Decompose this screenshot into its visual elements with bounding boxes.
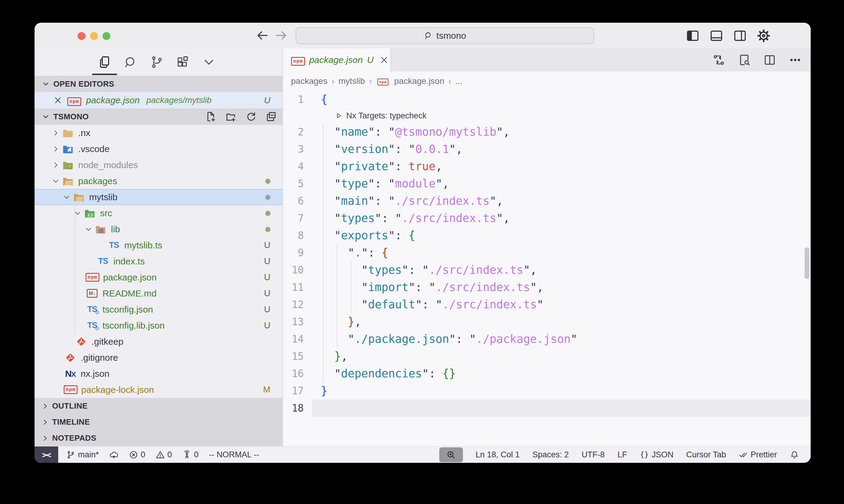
tree-item-package.json[interactable]: npmpackage.jsonU — [35, 269, 282, 285]
minimize-window-button[interactable] — [90, 32, 98, 40]
settings-gear-icon[interactable] — [756, 28, 771, 43]
status-json[interactable]: JSON — [640, 450, 673, 460]
chevron-down-icon[interactable] — [72, 209, 83, 217]
chevron-right-icon[interactable] — [50, 161, 61, 169]
code-line-7[interactable]: 7 "types": "./src/index.ts", — [283, 210, 811, 227]
code-line-11[interactable]: 11 "import": "./src/index.ts", — [283, 278, 811, 296]
status-main[interactable]: main* — [66, 450, 99, 460]
open-preview-icon[interactable] — [737, 52, 752, 68]
breadcrumb[interactable]: packages›mytslib›npmpackage.json›... — [283, 71, 811, 91]
tree-item-README.md[interactable]: M↓README.mdU — [35, 285, 282, 301]
tree-item-package-lock.json[interactable]: npmpackage-lock.jsonM — [35, 382, 282, 398]
tree-item-mytslib[interactable]: mytslib — [35, 189, 282, 205]
remote-indicator[interactable]: >< — [35, 447, 58, 463]
code-line-6[interactable]: 6 "main": "./src/index.ts", — [283, 192, 811, 210]
tree-item-tsconfig.lib.json[interactable]: TStsconfig.lib.jsonU — [35, 318, 282, 334]
status-utf-8[interactable]: UTF-8 — [582, 450, 605, 460]
status-0[interactable]: 0 — [129, 450, 145, 460]
breadcrumb-item[interactable]: package.json — [394, 76, 444, 86]
code-line-16[interactable]: 16 "dependencies": {} — [283, 365, 811, 382]
code-line-1[interactable]: 1{ — [283, 91, 811, 108]
activity-files-icon[interactable] — [98, 55, 111, 69]
screencast-zoom-button[interactable] — [439, 447, 463, 462]
close-tab-icon[interactable] — [380, 55, 389, 65]
tree-item-src[interactable]: src — [35, 205, 282, 221]
breadcrumb-item[interactable]: packages — [291, 76, 327, 86]
tree-item-.gitkeep[interactable]: .gitkeep — [35, 334, 282, 349]
back-arrow-icon[interactable] — [255, 28, 270, 43]
activity-source-control-icon[interactable] — [150, 55, 164, 69]
code-line-12[interactable]: 12 "default": "./src/index.ts" — [283, 296, 811, 313]
code-line-17[interactable]: 17} — [283, 382, 811, 399]
tree-item-packages[interactable]: packages — [35, 173, 282, 189]
toggle-secondary-sidebar-icon[interactable] — [733, 28, 747, 43]
tree-item-index.ts[interactable]: TSindex.tsU — [35, 253, 282, 269]
forward-arrow-icon[interactable] — [274, 28, 289, 43]
section-notepads[interactable]: NOTEPADS — [35, 430, 282, 446]
status-bell[interactable] — [790, 450, 799, 460]
breadcrumb-item[interactable]: ... — [455, 76, 462, 86]
tree-item-tsconfig.json[interactable]: TStsconfig.jsonU — [35, 301, 282, 318]
code-line-9[interactable]: 9 ".": { — [283, 244, 811, 262]
code-line-5[interactable]: 5 "type": "module", — [283, 175, 811, 192]
section-outline[interactable]: OUTLINE — [35, 398, 282, 414]
activity-search-icon[interactable] — [124, 55, 138, 69]
status-cursor-tab[interactable]: Cursor Tab — [686, 450, 726, 460]
chevron-down-icon[interactable] — [61, 193, 72, 201]
tab-package-json[interactable]: npm package.json U — [283, 49, 391, 71]
more-actions-icon[interactable] — [788, 52, 803, 68]
chevron-right-icon[interactable] — [50, 129, 61, 137]
activity-chevron-down-icon[interactable] — [202, 55, 216, 69]
status-0[interactable]: 0 — [156, 450, 172, 460]
refresh-icon[interactable] — [245, 111, 257, 123]
status-normal[interactable]: -- NORMAL -- — [209, 450, 259, 460]
open-editors-header[interactable]: OPEN EDITORS — [35, 76, 282, 92]
code-line-14[interactable]: 14 "./package.json": "./package.json" — [283, 330, 811, 348]
split-editor-icon[interactable] — [762, 52, 777, 68]
activity-extensions-icon[interactable] — [176, 55, 190, 69]
open-changes-icon[interactable] — [711, 52, 726, 68]
code-line-3[interactable]: 3 "version": "0.0.1", — [283, 141, 811, 158]
toggle-panel-icon[interactable] — [709, 28, 724, 43]
tree-item-node_modules[interactable]: node_modules — [35, 157, 282, 173]
code-line-4[interactable]: 4 "private": true, — [283, 158, 811, 175]
scrollbar-thumb[interactable] — [805, 248, 809, 279]
explorer-header[interactable]: TSMONO — [35, 108, 282, 125]
status-lf[interactable]: LF — [618, 450, 627, 460]
tree-item-mytslib.ts[interactable]: TSmytslib.tsU — [35, 237, 282, 253]
tree-item-nx.json[interactable]: Nxnx.json — [35, 365, 282, 382]
section-timeline[interactable]: TIMELINE — [35, 414, 282, 430]
code-line-18[interactable]: 18 — [283, 399, 811, 417]
code-line-2[interactable]: 2 "name": "@tsmono/mytslib", — [283, 123, 811, 141]
status-ln-18-col-1[interactable]: Ln 18, Col 1 — [476, 450, 520, 460]
open-editor-item[interactable]: npm package.json packages/mytslib U — [35, 92, 282, 108]
codelens-nx-targets[interactable]: Nx Targets: typecheck — [283, 108, 811, 123]
braces-icon — [640, 450, 649, 460]
status-cloud-upload[interactable] — [109, 450, 119, 460]
code-editor[interactable]: 1{Nx Targets: typecheck2 "name": "@tsmon… — [283, 91, 811, 446]
tree-item-.vscode[interactable]: .vscode — [35, 141, 282, 157]
close-icon[interactable] — [53, 96, 63, 105]
play-icon[interactable] — [335, 112, 343, 120]
tree-item-lib[interactable]: lib — [35, 221, 282, 237]
toggle-primary-sidebar-icon[interactable] — [685, 28, 700, 43]
command-center-search[interactable]: tsmono — [296, 27, 594, 44]
status-0[interactable]: 0 — [182, 450, 199, 460]
code-line-8[interactable]: 8 "exports": { — [283, 227, 811, 244]
status-spaces-2[interactable]: Spaces: 2 — [532, 450, 569, 460]
chevron-down-icon[interactable] — [50, 177, 61, 185]
new-file-icon[interactable] — [205, 111, 217, 123]
breadcrumb-item[interactable]: mytslib — [339, 76, 365, 86]
tree-item-.nx[interactable]: .nx — [35, 125, 282, 141]
status-prettier[interactable]: Prettier — [739, 450, 777, 460]
close-window-button[interactable] — [77, 32, 86, 40]
code-line-13[interactable]: 13 }, — [283, 313, 811, 330]
tree-item-.gitignore[interactable]: .gitignore — [35, 349, 282, 365]
chevron-right-icon[interactable] — [50, 145, 61, 153]
chevron-down-icon[interactable] — [83, 226, 94, 233]
new-folder-icon[interactable] — [225, 111, 237, 123]
maximize-window-button[interactable] — [102, 32, 110, 40]
code-line-10[interactable]: 10 "types": "./src/index.ts", — [283, 262, 811, 278]
code-line-15[interactable]: 15 }, — [283, 348, 811, 365]
collapse-all-icon[interactable] — [265, 111, 277, 123]
